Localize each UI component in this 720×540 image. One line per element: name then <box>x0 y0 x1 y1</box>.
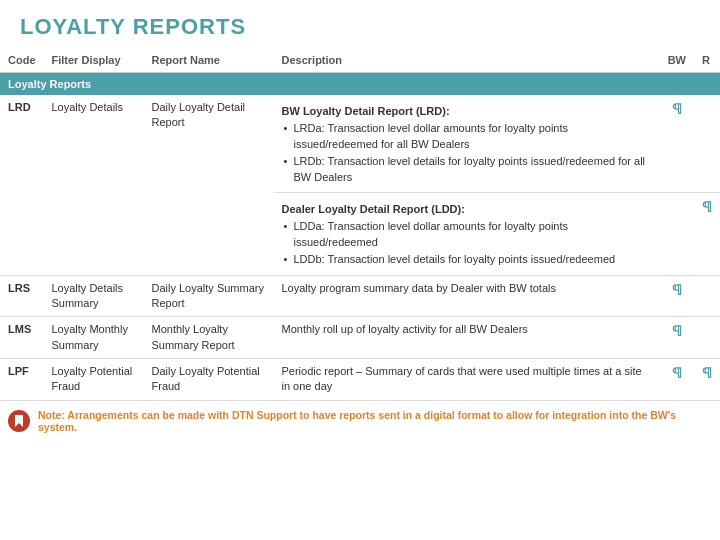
lpf-code: LPF <box>0 359 44 401</box>
lrd-code: LRD <box>0 95 44 275</box>
page-title: LOYALTY REPORTS <box>20 14 700 40</box>
lrd-r-icon-cell-2: ℙ <box>694 192 720 275</box>
lrd-bw-icon-cell: ℙ <box>660 95 694 192</box>
col-code: Code <box>0 48 44 73</box>
lrd-bw-icon-cell-2 <box>660 192 694 275</box>
section-header-label: Loyalty Reports <box>0 73 660 96</box>
col-r: R <box>694 48 720 73</box>
page-header: LOYALTY REPORTS <box>0 0 720 48</box>
lpf-r-print-icon: ℙ <box>702 364 712 384</box>
loyalty-reports-table: Code Filter Display Report Name Descript… <box>0 48 720 439</box>
lms-report-name: Monthly Loyalty Summary Report <box>144 317 274 359</box>
lrd-bw-bullets: LRDa: Transaction level dollar amounts f… <box>282 121 652 185</box>
note-text: Note: Arrangements can be made with DTN … <box>38 409 712 433</box>
lrs-code: LRS <box>0 275 44 317</box>
note-icon <box>8 410 30 432</box>
lrd-desc-dealer: Dealer Loyalty Detail Report (LDD): LDDa… <box>274 192 660 275</box>
note-content: Note: Arrangements can be made with DTN … <box>8 409 712 433</box>
bookmark-icon <box>12 414 26 428</box>
lrd-report-name: Daily Loyalty Detail Report <box>144 95 274 275</box>
lms-description: Monthly roll up of loyalty activity for … <box>274 317 660 359</box>
lrd-bw-bullet-2: LRDb: Transaction level details for loya… <box>282 154 652 185</box>
table-row: LRS Loyalty Details Summary Daily Loyalt… <box>0 275 720 317</box>
lrd-dealer-bullet-1: LDDa: Transaction level dollar amounts f… <box>282 219 652 250</box>
section-bw-col <box>660 73 694 96</box>
table-row: LRD Loyalty Details Daily Loyalty Detail… <box>0 95 720 192</box>
lrd-dealer-bullets: LDDa: Transaction level dollar amounts f… <box>282 219 652 267</box>
note-row: Note: Arrangements can be made with DTN … <box>0 400 720 439</box>
lrd-r-icon-cell-1 <box>694 95 720 192</box>
lrd-desc-bw: BW Loyalty Detail Report (LRD): LRDa: Tr… <box>274 95 660 192</box>
lrs-bw-icon-cell: ℙ <box>660 275 694 317</box>
col-bw: BW <box>660 48 694 73</box>
lpf-bw-print-icon: ℙ <box>672 364 682 384</box>
note-cell: Note: Arrangements can be made with DTN … <box>0 400 720 439</box>
lpf-r-icon-cell: ℙ <box>694 359 720 401</box>
lpf-description: Periodic report – Summary of cards that … <box>274 359 660 401</box>
table-row: LMS Loyalty Monthly Summary Monthly Loya… <box>0 317 720 359</box>
section-r-col <box>694 73 720 96</box>
bw-print-icon: ℙ <box>672 100 682 120</box>
lms-bw-print-icon: ℙ <box>672 322 682 342</box>
lpf-filter: Loyalty Potential Fraud <box>44 359 144 401</box>
lms-code: LMS <box>0 317 44 359</box>
lrs-report-name: Daily Loyalty Summary Report <box>144 275 274 317</box>
column-headers-row: Code Filter Display Report Name Descript… <box>0 48 720 73</box>
lrd-dealer-bullet-2: LDDb: Transaction level details for loya… <box>282 252 652 267</box>
lrd-dealer-subtitle: Dealer Loyalty Detail Report (LDD): <box>282 202 652 217</box>
table-row: LPF Loyalty Potential Fraud Daily Loyalt… <box>0 359 720 401</box>
lpf-bw-icon-cell: ℙ <box>660 359 694 401</box>
col-filter-display: Filter Display <box>44 48 144 73</box>
lrd-bw-bullet-1: LRDa: Transaction level dollar amounts f… <box>282 121 652 152</box>
lpf-report-name: Daily Loyalty Potential Fraud <box>144 359 274 401</box>
lrs-filter: Loyalty Details Summary <box>44 275 144 317</box>
note-text-span: Note: Arrangements can be made with DTN … <box>38 409 676 433</box>
col-description: Description <box>274 48 660 73</box>
lrd-bw-subtitle: BW Loyalty Detail Report (LRD): <box>282 104 652 119</box>
lms-bw-icon-cell: ℙ <box>660 317 694 359</box>
lms-r-icon-cell <box>694 317 720 359</box>
lrs-description: Loyalty program summary data by Dealer w… <box>274 275 660 317</box>
section-header-row: Loyalty Reports <box>0 73 720 96</box>
lrs-r-icon-cell <box>694 275 720 317</box>
lms-filter: Loyalty Monthly Summary <box>44 317 144 359</box>
lrd-filter: Loyalty Details <box>44 95 144 275</box>
r-print-icon: ℙ <box>702 198 712 218</box>
col-report-name: Report Name <box>144 48 274 73</box>
lrs-bw-print-icon: ℙ <box>672 281 682 301</box>
